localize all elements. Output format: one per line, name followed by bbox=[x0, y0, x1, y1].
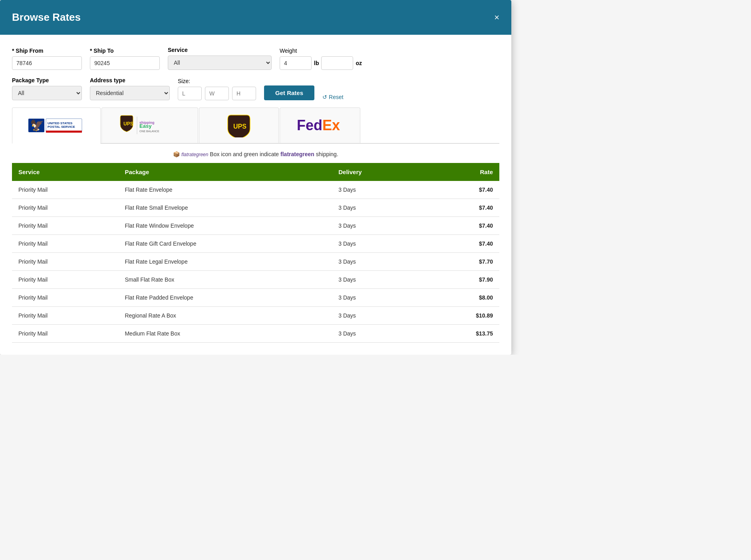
ups-easy-logo: UPS shipping Easy ONE BALANCE bbox=[118, 113, 182, 137]
cell-delivery: 3 Days bbox=[332, 289, 423, 307]
cell-rate: $7.70 bbox=[423, 253, 499, 271]
table-row: Priority Mail Medium Flat Rate Box 3 Day… bbox=[12, 325, 499, 343]
ship-to-input[interactable] bbox=[90, 56, 160, 70]
svg-text:UPS: UPS bbox=[123, 121, 133, 127]
weight-oz-input[interactable] bbox=[321, 56, 353, 70]
size-h-input[interactable] bbox=[232, 87, 256, 100]
svg-text:Fed: Fed bbox=[297, 117, 322, 133]
browse-rates-modal: Browse Rates × * Ship From * Ship To Ser… bbox=[0, 0, 511, 355]
reset-icon: ↺ bbox=[322, 94, 327, 100]
fedex-logo-svg: Fed Ex bbox=[296, 117, 344, 133]
tab-ups-easy[interactable]: UPS shipping Easy ONE BALANCE bbox=[101, 107, 198, 143]
table-body: Priority Mail Flat Rate Envelope 3 Days … bbox=[12, 181, 499, 343]
ship-to-group: * Ship To bbox=[90, 48, 160, 70]
usps-logo: 🦅 UNITED STATES POSTAL SERVICE bbox=[28, 115, 84, 136]
cell-delivery: 3 Days bbox=[332, 235, 423, 253]
cell-delivery: 3 Days bbox=[332, 271, 423, 289]
oz-unit: oz bbox=[356, 60, 362, 66]
table-row: Priority Mail Flat Rate Envelope 3 Days … bbox=[12, 181, 499, 199]
weight-group: Weight lb oz bbox=[280, 48, 362, 70]
size-l-input[interactable] bbox=[178, 87, 202, 100]
cell-delivery: 3 Days bbox=[332, 253, 423, 271]
ups-logo: UPS bbox=[223, 113, 255, 137]
flatrategreen-link[interactable]: flatrategreen bbox=[280, 151, 314, 157]
cell-service: Priority Mail bbox=[12, 325, 118, 343]
cell-package: Flat Rate Window Envelope bbox=[118, 217, 332, 235]
cell-service: Priority Mail bbox=[12, 253, 118, 271]
svg-text:Ex: Ex bbox=[322, 117, 340, 133]
lb-unit: lb bbox=[314, 60, 319, 66]
flatrate-icon: 📦 bbox=[173, 151, 180, 157]
svg-text:Easy: Easy bbox=[139, 123, 152, 129]
table-row: Priority Mail Regional Rate A Box 3 Days… bbox=[12, 307, 499, 325]
flatrate-text-after: shipping. bbox=[316, 151, 338, 157]
address-type-group: Address type Residential Commercial bbox=[90, 77, 170, 100]
svg-rect-5 bbox=[46, 131, 82, 133]
form-row-2: Package Type All Box Envelope Flat Rate … bbox=[12, 77, 499, 100]
cell-package: Flat Rate Small Envelope bbox=[118, 199, 332, 217]
cell-service: Priority Mail bbox=[12, 235, 118, 253]
get-rates-button[interactable]: Get Rates bbox=[264, 85, 314, 100]
cell-delivery: 3 Days bbox=[332, 325, 423, 343]
cell-package: Flat Rate Padded Envelope bbox=[118, 289, 332, 307]
col-service: Service bbox=[12, 163, 118, 181]
table-row: Priority Mail Flat Rate Small Envelope 3… bbox=[12, 199, 499, 217]
table-row: Priority Mail Flat Rate Window Envelope … bbox=[12, 217, 499, 235]
ship-from-group: * Ship From bbox=[12, 48, 82, 70]
weight-label: Weight bbox=[280, 48, 362, 54]
table-header: Service Package Delivery Rate bbox=[12, 163, 499, 181]
col-delivery: Delivery bbox=[332, 163, 423, 181]
flatrate-notice: 📦 flatrategreen Box icon and green indic… bbox=[12, 151, 499, 157]
ups-logo-svg: UPS bbox=[223, 113, 255, 137]
tab-ups[interactable]: UPS bbox=[199, 107, 279, 143]
size-w-input[interactable] bbox=[205, 87, 229, 100]
table-header-row: Service Package Delivery Rate bbox=[12, 163, 499, 181]
cell-service: Priority Mail bbox=[12, 217, 118, 235]
cell-package: Regional Rate A Box bbox=[118, 307, 332, 325]
package-type-label: Package Type bbox=[12, 77, 82, 83]
weight-inputs: lb oz bbox=[280, 56, 362, 70]
cell-package: Flat Rate Envelope bbox=[118, 181, 332, 199]
svg-text:🦅: 🦅 bbox=[30, 119, 44, 132]
tab-usps[interactable]: 🦅 UNITED STATES POSTAL SERVICE bbox=[12, 107, 101, 144]
cell-service: Priority Mail bbox=[12, 289, 118, 307]
cell-package: Small Flat Rate Box bbox=[118, 271, 332, 289]
reset-label: Reset bbox=[329, 94, 344, 100]
close-button[interactable]: × bbox=[494, 12, 499, 23]
modal-body: * Ship From * Ship To Service All Priori… bbox=[0, 35, 511, 355]
rates-table: Service Package Delivery Rate Priority M… bbox=[12, 163, 499, 343]
size-group: Size: bbox=[178, 78, 256, 100]
cell-service: Priority Mail bbox=[12, 199, 118, 217]
cell-rate: $7.40 bbox=[423, 199, 499, 217]
cell-package: Flat Rate Gift Card Envelope bbox=[118, 235, 332, 253]
cell-rate: $7.90 bbox=[423, 271, 499, 289]
cell-package: Flat Rate Legal Envelope bbox=[118, 253, 332, 271]
ship-to-label: * Ship To bbox=[90, 48, 160, 54]
cell-rate: $10.89 bbox=[423, 307, 499, 325]
table-row: Priority Mail Small Flat Rate Box 3 Days… bbox=[12, 271, 499, 289]
package-type-group: Package Type All Box Envelope Flat Rate … bbox=[12, 77, 82, 100]
modal-header: Browse Rates × bbox=[0, 0, 511, 35]
service-select[interactable]: All Priority Mail First Class Ground bbox=[168, 56, 272, 70]
tab-fedex[interactable]: Fed Ex bbox=[280, 107, 360, 143]
size-label: Size: bbox=[178, 78, 256, 84]
address-type-label: Address type bbox=[90, 77, 170, 83]
address-type-select[interactable]: Residential Commercial bbox=[90, 86, 170, 100]
cell-rate: $8.00 bbox=[423, 289, 499, 307]
table-row: Priority Mail Flat Rate Gift Card Envelo… bbox=[12, 235, 499, 253]
ups-easy-logo-svg: UPS shipping Easy ONE BALANCE bbox=[118, 113, 182, 137]
cell-delivery: 3 Days bbox=[332, 217, 423, 235]
ship-from-input[interactable] bbox=[12, 56, 82, 70]
table-row: Priority Mail Flat Rate Legal Envelope 3… bbox=[12, 253, 499, 271]
svg-text:UPS: UPS bbox=[233, 123, 246, 130]
cell-rate: $7.40 bbox=[423, 181, 499, 199]
col-rate: Rate bbox=[423, 163, 499, 181]
usps-logo-svg: 🦅 UNITED STATES POSTAL SERVICE bbox=[28, 115, 84, 136]
table-row: Priority Mail Flat Rate Padded Envelope … bbox=[12, 289, 499, 307]
package-type-select[interactable]: All Box Envelope Flat Rate Box bbox=[12, 86, 82, 100]
fedex-logo: Fed Ex bbox=[296, 117, 344, 133]
flatrate-text-before: Box icon and green indicate bbox=[210, 151, 280, 157]
reset-button[interactable]: ↺ Reset bbox=[322, 94, 344, 100]
service-label: Service bbox=[168, 47, 272, 53]
weight-lb-input[interactable] bbox=[280, 56, 312, 70]
